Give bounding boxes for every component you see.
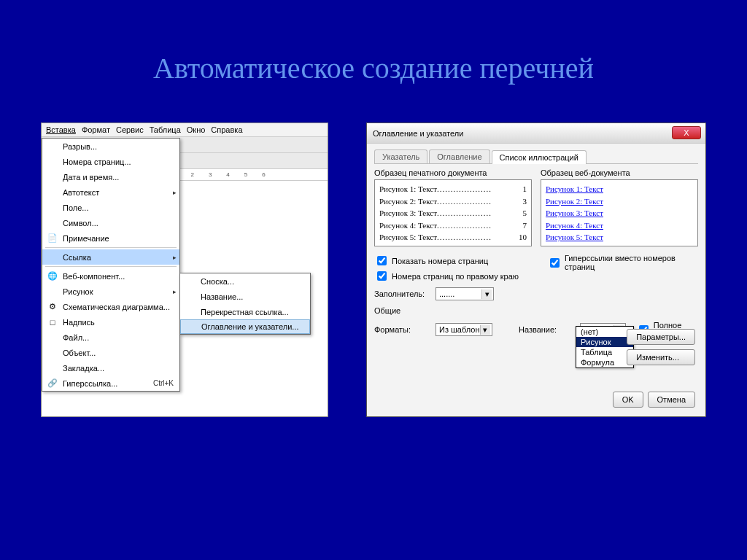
menu-table[interactable]: Таблица (150, 125, 181, 134)
menu-item[interactable]: Разрыв... (42, 139, 179, 154)
menu-icon (45, 286, 60, 298)
slide-title: Автоматическое создание перечней (0, 51, 747, 85)
menu-icon (45, 252, 60, 263)
menu-item[interactable]: Символ... (42, 215, 179, 230)
dialog-title: Оглавление и указатели (373, 129, 463, 138)
name-dropdown-list[interactable]: (нет)РисунокТаблицаФормула (576, 326, 634, 368)
menu-icon: 🔗 (45, 378, 60, 389)
menu-item[interactable]: 🌐Веб-компонент... (42, 268, 179, 284)
menu-icon: □ (45, 316, 60, 328)
submenu-item[interactable]: Перекрестная ссылка... (180, 304, 310, 319)
tab-toc[interactable]: Оглавление (429, 149, 489, 163)
dropdown-option[interactable]: Рисунок (576, 337, 633, 347)
menu-icon (45, 332, 60, 343)
filler-select[interactable]: .......▾ (436, 287, 494, 300)
menu-format[interactable]: Формат (82, 125, 110, 134)
web-preview-label: Образец веб-документа (541, 168, 698, 177)
dropdown-option[interactable]: Формула (576, 357, 633, 368)
menu-item[interactable]: Дата и время... (42, 169, 179, 184)
toc-dialog: Оглавление и указатели X Указатель Оглав… (366, 122, 706, 417)
menu-icon (45, 171, 60, 183)
menu-icon (45, 187, 60, 198)
dialog-titlebar: Оглавление и указатели X (367, 123, 705, 144)
menu-icon (45, 362, 60, 374)
formats-label: Форматы: (374, 325, 431, 334)
params-button[interactable]: Параметры... (627, 329, 695, 345)
tab-illustrations[interactable]: Список иллюстраций (492, 150, 587, 164)
menu-item[interactable]: Поле... (42, 200, 179, 215)
print-preview-label: Образец печатного документа (374, 168, 532, 177)
group-common: Общие (374, 306, 698, 315)
web-preview: Рисунок 1: ТекстРисунок 2: ТекстРисунок … (541, 179, 698, 246)
submenu-item[interactable]: Сноска... (180, 273, 310, 289)
menu-icon: 🌐 (45, 271, 60, 282)
menu-item[interactable]: ⚙Схематическая диаграмма... (42, 299, 179, 314)
tab-strip: Указатель Оглавление Список иллюстраций (374, 149, 698, 164)
word-screenshot: Вставка Формат Сервис Таблица Окно Справ… (41, 122, 328, 417)
name-label: Название: (519, 325, 576, 334)
insert-menu-dropdown: Разрыв...Номера страниц...Дата и время..… (42, 138, 180, 392)
menu-help[interactable]: Справка (211, 125, 242, 134)
menubar: Вставка Формат Сервис Таблица Окно Справ… (42, 123, 328, 137)
filler-label: Заполнитель: (374, 289, 431, 298)
menu-icon (45, 202, 60, 214)
menu-tools[interactable]: Сервис (116, 125, 144, 134)
menu-window[interactable]: Окно (187, 125, 206, 134)
formats-select[interactable]: Из шаблона▾ (436, 323, 492, 336)
dropdown-option[interactable]: (нет) (576, 327, 633, 337)
menu-item[interactable]: □Надпись (42, 314, 179, 330)
menu-item[interactable]: Закладка... (42, 360, 179, 376)
submenu-item[interactable]: Название... (180, 289, 310, 304)
tab-index[interactable]: Указатель (374, 149, 427, 163)
chk-right-align[interactable]: Номера страниц по правому краю (374, 269, 525, 283)
modify-button[interactable]: Изменить... (627, 349, 695, 365)
menu-item[interactable]: Объект... (42, 345, 179, 360)
chk-hyperlinks[interactable]: Гиперссылки вместо номеров страниц (547, 254, 698, 271)
dropdown-option[interactable]: Таблица (576, 347, 633, 357)
menu-item[interactable]: 🔗Гиперссылка...Ctrl+K (42, 376, 179, 391)
cancel-button[interactable]: Отмена (648, 392, 695, 408)
menu-item[interactable]: Автотекст▸ (42, 184, 179, 200)
print-preview: Рисунок 1: Текст ....................1Ри… (374, 179, 532, 246)
submenu-item[interactable]: Оглавление и указатели... (180, 319, 310, 334)
menu-icon: 📄 (45, 233, 60, 244)
menu-icon: ⚙ (45, 301, 60, 313)
menu-icon (45, 141, 60, 152)
menu-insert[interactable]: Вставка (46, 125, 76, 134)
reference-submenu: Сноска...Название...Перекрестная ссылка.… (179, 273, 311, 335)
menu-item[interactable]: Рисунок▸ (42, 284, 179, 299)
chk-show-pages[interactable]: Показать номера страниц (374, 254, 525, 268)
menu-item[interactable]: Файл... (42, 330, 179, 345)
menu-icon (45, 347, 60, 359)
close-button[interactable]: X (672, 126, 701, 139)
menu-icon (45, 217, 60, 229)
menu-icon (45, 156, 60, 168)
menu-item[interactable]: Номера страниц... (42, 154, 179, 169)
menu-item[interactable]: 📄Примечание (42, 230, 179, 246)
menu-item[interactable]: Ссылка▸ (42, 249, 179, 265)
ok-button[interactable]: OK (613, 392, 643, 408)
